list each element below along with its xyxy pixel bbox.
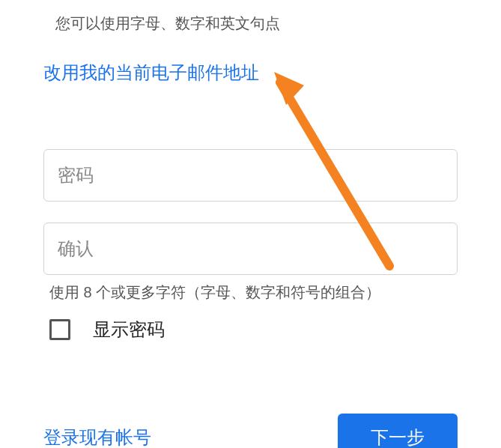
password-helper-text: 使用 8 个或更多字符（字母、数字和符号的组合） [43, 282, 458, 303]
show-password-checkbox[interactable] [49, 319, 70, 340]
password-input[interactable] [43, 149, 458, 202]
next-button[interactable]: 下一步 [338, 414, 458, 448]
show-password-label: 显示密码 [93, 318, 165, 342]
signin-existing-link[interactable]: 登录现有帐号 [43, 426, 151, 448]
username-hint-text: 您可以使用字母、数字和英文句点 [43, 0, 458, 34]
confirm-password-input[interactable] [43, 223, 458, 275]
footer-row: 登录现有帐号 下一步 [43, 414, 458, 448]
use-current-email-link[interactable]: 改用我的当前电子邮件地址 [43, 61, 458, 85]
show-password-row: 显示密码 [43, 318, 458, 342]
